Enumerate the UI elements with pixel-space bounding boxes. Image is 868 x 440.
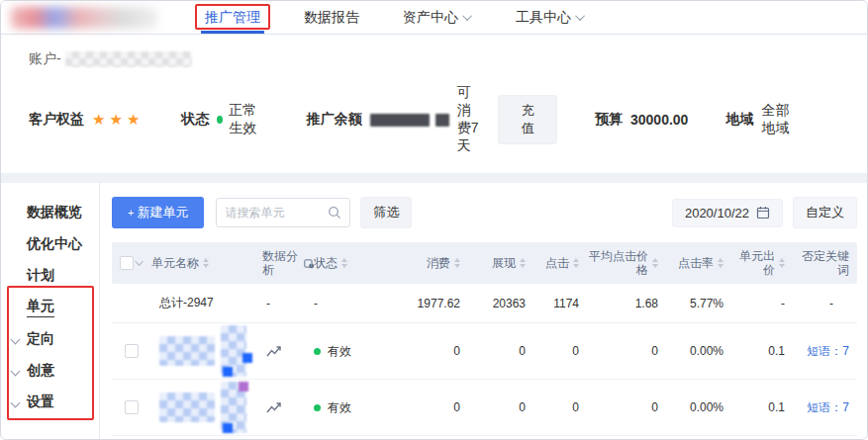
table-header-row: 单元名称 数据分析 ! 状态	[112, 242, 857, 284]
col-negative-keywords: 否定关键词	[793, 249, 857, 277]
date-picker-button[interactable]: 2020/10/22	[672, 199, 783, 227]
row-select-cell	[112, 400, 151, 414]
account-stats-row: 客户权益 ★★★ 状态 正常生效 推广余额 可消费7天 充值 预算 30000.…	[29, 84, 839, 155]
col-unit-name[interactable]: 单元名称	[151, 256, 262, 270]
summary-impressions: 20363	[468, 297, 533, 310]
sidebar-item-creative[interactable]: 创意	[1, 355, 99, 387]
new-unit-button[interactable]: + 新建单元	[112, 197, 204, 228]
sidebar-item-data-overview[interactable]: 数据概览	[1, 197, 99, 228]
trend-chart-icon[interactable]	[266, 400, 282, 414]
budget-label: 预算	[595, 111, 623, 129]
sidebar-item-optimize-center[interactable]: 优化中心	[1, 228, 99, 260]
sort-icon[interactable]	[520, 258, 526, 268]
sidebar-item-targeting[interactable]: 定向	[1, 323, 99, 355]
avg-cpc-value: 0	[587, 344, 666, 358]
status-value: 正常生效	[229, 102, 269, 137]
bid-value: 0.1	[731, 344, 793, 358]
customer-rights-label: 客户权益	[29, 111, 84, 129]
tab-label: 工具中心	[516, 9, 571, 27]
status-label: 状态	[181, 111, 209, 129]
table-summary-row: 总计-2947 - - 1977.62 20363 1174 1.68 5.77…	[112, 284, 857, 323]
sidebar-item-unit[interactable]: 单元	[1, 292, 99, 323]
status-green-dot-icon	[314, 348, 321, 355]
search-icon	[328, 206, 341, 220]
analysis-info-icon[interactable]: !	[304, 257, 314, 270]
col-consume[interactable]: 消费	[399, 256, 468, 270]
status-cell: 有效	[314, 399, 399, 416]
toolbar: + 新建单元 筛选 2020/10/22	[112, 197, 857, 228]
col-unit-bid[interactable]: 单元出价	[731, 249, 793, 277]
main-area: 数据概览 优化中心 计划 单元 定向 创意 设置	[1, 183, 867, 440]
row-select-cell	[112, 344, 151, 358]
account-name-row: 账户-	[29, 50, 839, 68]
sidebar-item-plan[interactable]: 计划	[1, 260, 99, 292]
negative-keywords-link[interactable]: 短语：7	[807, 344, 849, 358]
account-name-blurred	[65, 51, 192, 67]
analysis-cell	[262, 344, 314, 359]
budget-value: 30000.00	[630, 112, 688, 128]
region-group: 地域 全部地域	[725, 102, 802, 137]
consume-value: 0	[399, 344, 468, 358]
col-status[interactable]: 状态	[314, 256, 399, 270]
select-all-checkbox[interactable]	[120, 256, 134, 270]
filter-button[interactable]: 筛选	[360, 197, 412, 228]
neg-kw-link-cell: 短语：7	[793, 399, 857, 416]
impressions-value: 0	[468, 400, 533, 414]
negative-keywords-link[interactable]: 短语：7	[807, 400, 849, 414]
col-clicks[interactable]: 点击	[533, 256, 587, 270]
row-checkbox[interactable]	[125, 344, 139, 358]
sort-icon[interactable]	[652, 258, 658, 268]
balance-group: 推广余额 可消费7天	[307, 84, 485, 155]
balance-label: 推广余额	[307, 111, 362, 129]
customer-rights-group: 客户权益 ★★★	[29, 111, 144, 129]
chevron-down-icon	[462, 11, 472, 21]
table-row: 有效 0 0 0 0 0.00% 0.1 短语：7	[112, 380, 857, 436]
neg-kw-link-cell: 短语：7	[793, 343, 857, 360]
tab-asset-center[interactable]: 资产中心	[403, 1, 472, 34]
svg-text:!: !	[311, 263, 312, 268]
status-green-dot-icon	[217, 116, 223, 124]
table-row: 有效 0 0 0 0 0.00% 0.1	[112, 436, 857, 440]
sidebar-item-settings[interactable]: 设置	[1, 387, 99, 418]
unit-search-box[interactable]	[216, 198, 350, 227]
row-checkbox[interactable]	[125, 400, 139, 414]
sort-icon[interactable]	[718, 258, 723, 268]
sort-icon[interactable]	[779, 258, 785, 268]
sort-icon[interactable]	[203, 258, 209, 268]
unit-name-blurred[interactable]	[151, 380, 262, 435]
status-group: 状态 正常生效	[181, 102, 268, 137]
tab-promotion-management[interactable]: 推广管理	[205, 1, 260, 34]
search-input[interactable]	[225, 206, 328, 220]
col-data-analysis: 数据分析 !	[262, 249, 314, 277]
region-value: 全部地域	[761, 102, 802, 137]
top-nav: 推广管理 数据报告 资产中心 工具中心	[1, 1, 867, 35]
trend-chart-icon[interactable]	[266, 344, 282, 358]
tab-label: 数据报告	[304, 9, 359, 27]
summary-total: 总计-2947	[151, 295, 262, 311]
recharge-button[interactable]: 充值	[498, 95, 557, 144]
clicks-value: 0	[533, 400, 587, 414]
sort-icon[interactable]	[573, 258, 579, 268]
select-all-cell	[112, 256, 151, 270]
sort-icon[interactable]	[454, 258, 460, 268]
tab-data-report[interactable]: 数据报告	[304, 1, 359, 34]
chevron-down-icon[interactable]	[135, 257, 143, 265]
status-cell: 有效	[314, 343, 399, 360]
ctr-value: 0.00%	[666, 400, 731, 414]
col-avg-cpc[interactable]: 平均点击价格	[587, 249, 666, 277]
status-green-dot-icon	[314, 404, 321, 411]
sort-icon[interactable]	[341, 258, 347, 268]
customize-button[interactable]: 自定义	[793, 197, 857, 228]
clicks-value: 0	[533, 344, 587, 358]
unit-name-blurred[interactable]	[151, 323, 262, 379]
balance-note: 可消费7天	[457, 84, 485, 155]
tab-label: 资产中心	[403, 9, 458, 27]
account-prefix-label: 账户-	[29, 50, 61, 68]
col-impressions[interactable]: 展现	[468, 256, 533, 270]
unit-name-blurred[interactable]	[151, 436, 314, 440]
table-row: 有效 0 0 0 0 0.00% 0.1 短语：7	[112, 323, 857, 380]
col-ctr[interactable]: 点击率	[666, 256, 731, 270]
plus-icon: +	[128, 207, 134, 219]
tab-tool-center[interactable]: 工具中心	[516, 1, 585, 34]
chevron-down-icon	[11, 366, 21, 376]
